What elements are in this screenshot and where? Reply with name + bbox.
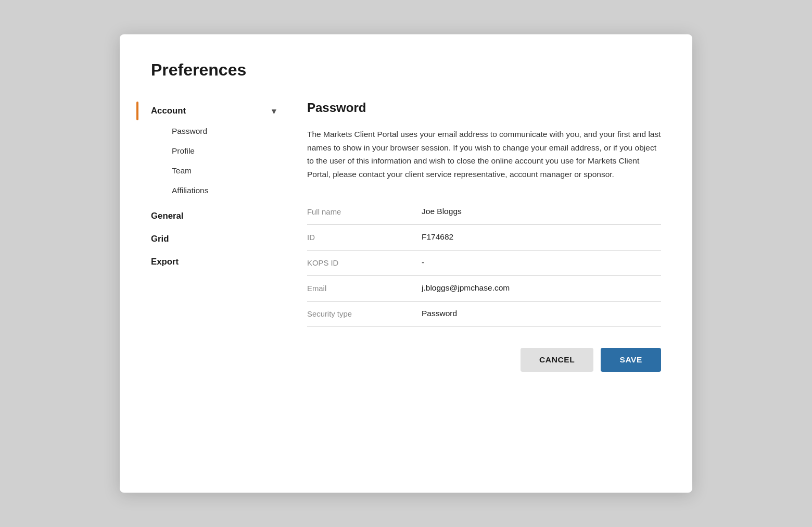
- id-label: ID: [307, 233, 422, 243]
- sidebar-sub-items: Password Profile Team Affiliations: [151, 121, 276, 200]
- form-row-security-type: Security type Password: [307, 302, 661, 327]
- active-indicator: [136, 102, 138, 120]
- sidebar-item-team[interactable]: Team: [172, 161, 276, 181]
- sidebar-section-account: Account ▾ Password Profile Team Affiliat…: [151, 101, 276, 200]
- sidebar-item-profile[interactable]: Profile: [172, 141, 276, 161]
- full-name-label: Full name: [307, 208, 422, 217]
- form-section: Full name Joe Bloggs ID F174682 KOPS ID …: [307, 199, 661, 327]
- security-type-value: Password: [422, 309, 661, 319]
- id-value: F174682: [422, 232, 661, 243]
- sidebar-item-export[interactable]: Export: [151, 250, 276, 273]
- sidebar-item-account[interactable]: Account ▾: [151, 101, 276, 121]
- sidebar-item-password[interactable]: Password: [172, 121, 276, 141]
- cancel-button[interactable]: CANCEL: [521, 348, 593, 372]
- form-row-kopsid: KOPS ID -: [307, 250, 661, 276]
- kops-id-label: KOPS ID: [307, 259, 422, 268]
- save-button[interactable]: SAVE: [601, 348, 661, 372]
- content-area: Account ▾ Password Profile Team Affiliat…: [151, 101, 661, 467]
- sidebar: Account ▾ Password Profile Team Affiliat…: [151, 101, 286, 467]
- section-title: Password: [307, 101, 661, 115]
- sidebar-item-general[interactable]: General: [151, 205, 276, 228]
- form-row-fullname: Full name Joe Bloggs: [307, 199, 661, 225]
- description-text: The Markets Client Portal uses your emai…: [307, 128, 661, 181]
- email-value: j.bloggs@jpmchase.com: [422, 283, 661, 294]
- page-title: Preferences: [151, 60, 661, 80]
- chevron-down-icon: ▾: [272, 106, 276, 116]
- sidebar-item-affiliations[interactable]: Affiliations: [172, 181, 276, 200]
- email-label: Email: [307, 284, 422, 294]
- sidebar-item-grid[interactable]: Grid: [151, 228, 276, 250]
- form-row-id: ID F174682: [307, 225, 661, 250]
- form-actions: CANCEL SAVE: [307, 348, 661, 372]
- security-type-label: Security type: [307, 310, 422, 319]
- preferences-modal: Preferences Account ▾ Password Profile T…: [120, 34, 692, 493]
- full-name-value: Joe Bloggs: [422, 207, 661, 217]
- main-content: Password The Markets Client Portal uses …: [286, 101, 661, 467]
- kops-id-value: -: [422, 258, 661, 268]
- form-row-email: Email j.bloggs@jpmchase.com: [307, 276, 661, 302]
- sidebar-account-label: Account: [151, 106, 186, 116]
